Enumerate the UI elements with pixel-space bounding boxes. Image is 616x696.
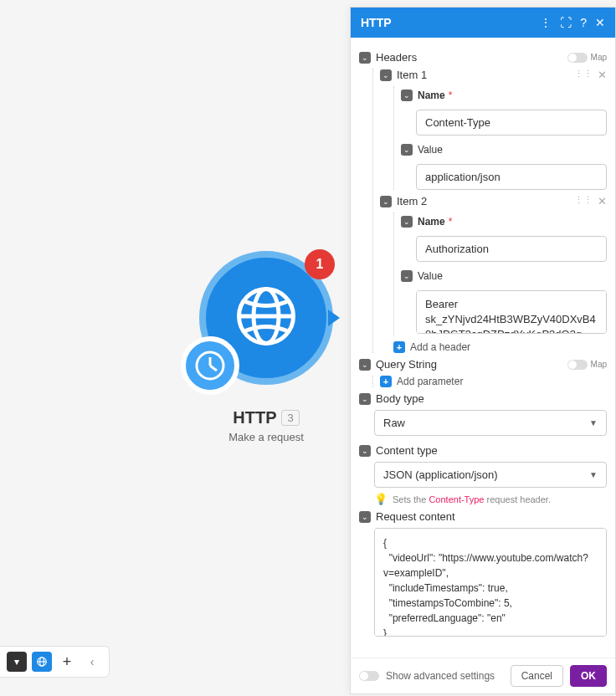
output-connector[interactable] <box>328 310 340 326</box>
chevron-left-icon[interactable]: ‹ <box>82 652 102 672</box>
item1-drag-icon[interactable]: ⋮⋮ <box>574 69 593 81</box>
http-node[interactable]: 1 HTTP 3 Make a request <box>199 251 333 443</box>
contenttype-label: Content type <box>376 444 438 457</box>
item2-name-label: Name <box>418 216 445 228</box>
bodytype-value: Raw <box>383 417 405 429</box>
contenttype-select[interactable]: JSON (application/json) ▼ <box>374 462 607 488</box>
panel-header: HTTP ⋮ ⛶ ? ✕ <box>351 8 615 38</box>
ok-button[interactable]: OK <box>570 665 607 687</box>
close-icon[interactable]: ✕ <box>595 16 605 29</box>
advanced-label: Show advanced settings <box>386 670 495 682</box>
add-param-button[interactable]: + <box>380 376 392 387</box>
bodytype-select[interactable]: Raw ▼ <box>374 410 607 436</box>
panel-title: HTTP <box>361 16 392 29</box>
config-panel: HTTP ⋮ ⛶ ? ✕ ⌄ Headers Map ⌄ <box>350 7 616 694</box>
headers-label: Headers <box>376 51 417 64</box>
cancel-button[interactable]: Cancel <box>511 665 563 687</box>
contenttype-chevron[interactable]: ⌄ <box>359 445 371 457</box>
item1-value-input[interactable] <box>416 164 607 190</box>
add-header-button[interactable]: + <box>393 341 405 353</box>
add-header-label: Add a header <box>410 341 470 353</box>
bodytype-chevron[interactable]: ⌄ <box>359 393 371 405</box>
item2-value-label: Value <box>418 270 443 282</box>
store-icon[interactable]: ▾ <box>7 652 27 672</box>
item2-name-chevron[interactable]: ⌄ <box>401 216 413 228</box>
item2-name-input[interactable] <box>416 236 607 262</box>
item1-name-input[interactable] <box>416 110 607 136</box>
item1-chevron[interactable]: ⌄ <box>380 69 392 81</box>
item1-remove-icon[interactable]: ✕ <box>598 69 607 81</box>
reqcontent-label: Request content <box>376 510 455 523</box>
hint-text: Sets the Content-Type request header. <box>393 494 551 504</box>
menu-icon[interactable]: ⋮ <box>540 16 552 29</box>
headers-map-label: Map <box>591 53 607 62</box>
node-run-count: 3 <box>281 410 299 426</box>
node-circle[interactable]: 1 <box>199 251 333 385</box>
reqcontent-chevron[interactable]: ⌄ <box>359 511 371 523</box>
panel-footer: Show advanced settings Cancel OK <box>351 658 615 693</box>
advanced-toggle[interactable] <box>359 671 379 681</box>
item2-chevron[interactable]: ⌄ <box>380 196 392 207</box>
qs-map-toggle[interactable] <box>567 360 588 370</box>
item1-name-label: Name <box>418 90 445 101</box>
notification-badge[interactable]: 1 <box>305 249 335 279</box>
qs-label: Query String <box>376 358 437 371</box>
add-param-label: Add parameter <box>397 376 463 387</box>
item1-label: Item 1 <box>397 69 427 81</box>
headers-map-toggle[interactable] <box>567 53 588 63</box>
add-icon[interactable]: + <box>57 652 77 672</box>
item2-remove-icon[interactable]: ✕ <box>598 195 607 207</box>
request-content-input[interactable] <box>374 528 607 637</box>
svg-line-5 <box>210 366 217 371</box>
qs-map-label: Map <box>591 360 607 369</box>
node-title: HTTP <box>233 408 276 427</box>
item1-value-chevron[interactable]: ⌄ <box>401 144 413 156</box>
headers-chevron[interactable]: ⌄ <box>359 52 371 64</box>
bottom-toolbar: ▾ + ‹ <box>0 646 110 678</box>
globe-small-icon[interactable] <box>32 652 52 672</box>
node-subtitle: Make a request <box>228 431 304 443</box>
item2-label: Item 2 <box>397 195 427 207</box>
item2-drag-icon[interactable]: ⋮⋮ <box>574 195 593 207</box>
panel-body: ⌄ Headers Map ⌄ Item 1 ⋮⋮ ✕ <box>351 38 615 658</box>
item1-value-label: Value <box>418 144 443 156</box>
expand-icon[interactable]: ⛶ <box>560 16 572 29</box>
clock-icon[interactable] <box>181 336 239 395</box>
item2-value-chevron[interactable]: ⌄ <box>401 270 413 282</box>
help-icon[interactable]: ? <box>580 16 587 29</box>
bulb-icon: 💡 <box>374 493 388 505</box>
caret-down-icon: ▼ <box>589 418 598 427</box>
qs-chevron[interactable]: ⌄ <box>359 359 371 371</box>
bodytype-label: Body type <box>376 392 424 405</box>
item1-name-chevron[interactable]: ⌄ <box>401 90 413 101</box>
globe-icon <box>233 283 300 353</box>
contenttype-value: JSON (application/json) <box>383 468 498 481</box>
caret-down-icon: ▼ <box>589 470 598 479</box>
item2-value-input[interactable] <box>416 290 607 334</box>
